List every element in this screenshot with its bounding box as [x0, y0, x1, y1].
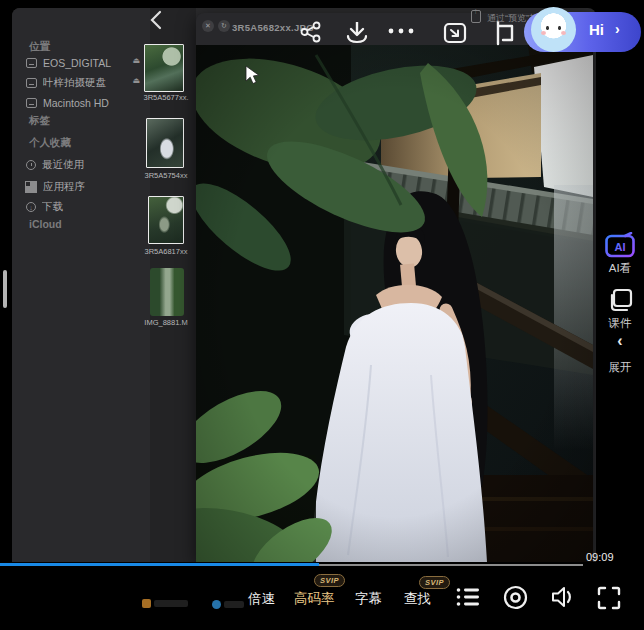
- external-disk-icon: [26, 78, 37, 88]
- progress-bar-played[interactable]: [0, 563, 319, 566]
- volume-button[interactable]: [550, 584, 576, 610]
- bitrate-button[interactable]: 高码率: [294, 590, 335, 608]
- more-dots-icon: [387, 27, 415, 35]
- close-window-button[interactable]: ✕: [202, 20, 214, 32]
- fullscreen-button[interactable]: [597, 586, 621, 610]
- expand-label: 展开: [598, 360, 642, 375]
- clip-capture-icon: [443, 18, 469, 46]
- chevron-right-icon: ›: [615, 21, 620, 37]
- watermark-logo-icon: [142, 599, 151, 608]
- more-button[interactable]: [387, 27, 415, 35]
- eject-button[interactable]: ⏏: [132, 76, 140, 85]
- photo-thumbnail-2[interactable]: [146, 118, 184, 168]
- progress-bar-rail[interactable]: [319, 564, 583, 566]
- watermark-avatar-icon: [212, 600, 221, 609]
- courseware-icon: [608, 287, 634, 313]
- finder-sidebar: 位置 EOS_DIGITAL ⏏ 叶梓拍摄硬盘 ⏏ Macintosh HD 标…: [12, 8, 150, 562]
- internal-disk-icon: [26, 98, 37, 108]
- photo-thumbnail-3[interactable]: [148, 196, 184, 244]
- sidebar-item-macintosh-hd[interactable]: Macintosh HD: [26, 94, 146, 111]
- sidebar-header-locations: 位置: [29, 40, 50, 54]
- svip-badge: SVIP: [314, 574, 345, 587]
- eject-button[interactable]: ⏏: [132, 56, 140, 65]
- ai-watch-button[interactable]: AI: [605, 232, 635, 258]
- watermark-text-blur: [154, 600, 188, 607]
- ai-camera-icon: AI: [605, 232, 635, 258]
- sidebar-item-recents[interactable]: 最近使用: [26, 156, 146, 173]
- share-button[interactable]: [300, 21, 322, 43]
- sidebar-item-downloads[interactable]: ↓ 下载: [26, 198, 146, 215]
- subtitle-button[interactable]: 字幕: [355, 590, 382, 608]
- record-circle-icon: [503, 585, 528, 610]
- back-chevron-icon: [148, 9, 164, 31]
- applications-icon: [26, 182, 37, 192]
- ai-watch-label: AI看: [598, 261, 642, 276]
- find-button[interactable]: 查找: [404, 590, 431, 608]
- watermark-text-blur: [224, 601, 244, 608]
- thumbnail-filename: 3R5A6817xx: [136, 247, 196, 256]
- courseware-button[interactable]: [608, 287, 634, 313]
- photo-preview: [196, 45, 593, 562]
- share-icon: [300, 21, 322, 43]
- time-remaining-label: 09:09: [586, 551, 614, 563]
- sidebar-item-applications[interactable]: 应用程序: [26, 178, 146, 195]
- video-player-stage: 位置 EOS_DIGITAL ⏏ 叶梓拍摄硬盘 ⏏ Macintosh HD 标…: [0, 0, 644, 630]
- download-button[interactable]: [344, 19, 370, 45]
- thumbnail-filename: 3R5A5677xx.: [136, 93, 196, 102]
- rotate-button[interactable]: ↻: [218, 20, 230, 32]
- sidebar-item-shoot-disk[interactable]: 叶梓拍摄硬盘: [26, 74, 146, 91]
- photo-thumbnail-1[interactable]: [144, 44, 184, 92]
- scroll-indicator: [3, 270, 7, 308]
- sidebar-header-tags: 标签: [29, 114, 50, 128]
- playlist-icon: [456, 587, 480, 607]
- record-button[interactable]: [503, 585, 528, 610]
- quicklook-window: ✕ ↻ 3R5A5682xx.JPG: [196, 13, 593, 562]
- video-thumbnail-4[interactable]: [150, 268, 184, 316]
- expand-panel-button[interactable]: ‹: [598, 332, 642, 350]
- share-box-icon: [471, 10, 481, 23]
- external-disk-icon: [26, 58, 37, 68]
- clock-icon: [26, 160, 36, 170]
- thumbnail-filename: IMG_8881.M: [136, 318, 196, 327]
- download-circle-icon: ↓: [26, 202, 36, 212]
- back-button[interactable]: [148, 9, 164, 31]
- thumbnail-filename: 3R5A5754xx: [136, 171, 196, 180]
- sidebar-header-favorites: 个人收藏: [29, 136, 71, 150]
- assistant-greeting: Hi: [589, 21, 604, 38]
- assistant-avatar: [531, 7, 576, 52]
- volume-icon: [550, 584, 576, 610]
- svip-badge: SVIP: [419, 576, 450, 589]
- sidebar-header-icloud: iCloud: [29, 218, 62, 230]
- playback-speed-button[interactable]: 倍速: [248, 590, 275, 608]
- fullscreen-icon: [597, 586, 621, 610]
- playlist-button[interactable]: [456, 587, 480, 607]
- courseware-label: 课件: [598, 316, 642, 331]
- download-icon: [344, 19, 370, 45]
- sidebar-item-eos-digital[interactable]: EOS_DIGITAL: [26, 54, 146, 71]
- svg-text:AI: AI: [615, 241, 626, 253]
- clip-capture-button[interactable]: [443, 18, 469, 46]
